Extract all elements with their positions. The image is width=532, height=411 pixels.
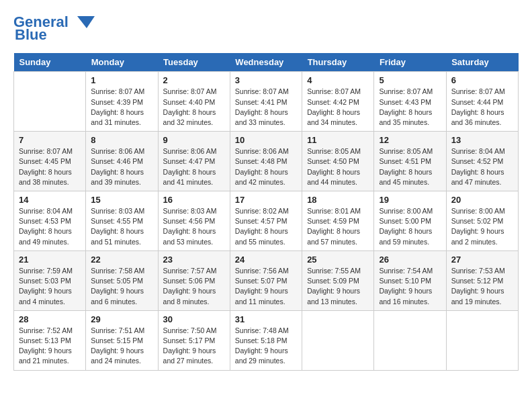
day-number: 11 bbox=[307, 135, 369, 145]
calendar-cell: 22Sunrise: 7:58 AMSunset: 5:05 PMDayligh… bbox=[86, 250, 158, 310]
day-info: Sunrise: 8:07 AMSunset: 4:41 PMDaylight:… bbox=[235, 87, 297, 128]
day-number: 9 bbox=[163, 135, 225, 145]
day-info: Sunrise: 8:04 AMSunset: 4:53 PMDaylight:… bbox=[19, 206, 81, 247]
day-number: 27 bbox=[451, 255, 513, 265]
day-info: Sunrise: 8:07 AMSunset: 4:45 PMDaylight:… bbox=[19, 146, 81, 187]
calendar-cell bbox=[302, 310, 374, 370]
day-info: Sunrise: 8:00 AMSunset: 5:00 PMDaylight:… bbox=[379, 206, 441, 247]
calendar-week-row: 14Sunrise: 8:04 AMSunset: 4:53 PMDayligh… bbox=[14, 191, 519, 251]
logo-blue-text: Blue bbox=[13, 28, 47, 42]
day-number: 18 bbox=[307, 195, 369, 205]
day-number: 7 bbox=[19, 135, 81, 145]
calendar-header-row: SundayMondayTuesdayWednesdayThursdayFrid… bbox=[14, 53, 519, 72]
day-info: Sunrise: 8:03 AMSunset: 4:55 PMDaylight:… bbox=[91, 206, 152, 247]
day-number: 6 bbox=[451, 75, 513, 85]
day-info: Sunrise: 7:52 AMSunset: 5:13 PMDaylight:… bbox=[19, 326, 81, 367]
day-number: 12 bbox=[379, 135, 441, 145]
day-info: Sunrise: 8:05 AMSunset: 4:51 PMDaylight:… bbox=[379, 146, 441, 187]
day-number: 20 bbox=[451, 195, 513, 205]
day-info: Sunrise: 7:50 AMSunset: 5:17 PMDaylight:… bbox=[163, 326, 225, 367]
calendar-week-row: 28Sunrise: 7:52 AMSunset: 5:13 PMDayligh… bbox=[14, 310, 519, 370]
day-info: Sunrise: 7:59 AMSunset: 5:03 PMDaylight:… bbox=[19, 266, 81, 307]
col-header-thursday: Thursday bbox=[302, 53, 374, 72]
day-info: Sunrise: 8:06 AMSunset: 4:46 PMDaylight:… bbox=[91, 146, 152, 187]
calendar-cell: 31Sunrise: 7:48 AMSunset: 5:18 PMDayligh… bbox=[230, 310, 302, 370]
calendar-cell: 20Sunrise: 8:00 AMSunset: 5:02 PMDayligh… bbox=[446, 191, 518, 251]
day-number: 23 bbox=[163, 255, 225, 265]
day-number: 8 bbox=[91, 135, 152, 145]
calendar-cell: 30Sunrise: 7:50 AMSunset: 5:17 PMDayligh… bbox=[158, 310, 230, 370]
calendar-cell: 25Sunrise: 7:55 AMSunset: 5:09 PMDayligh… bbox=[302, 250, 374, 310]
calendar-cell: 8Sunrise: 8:06 AMSunset: 4:46 PMDaylight… bbox=[86, 132, 158, 191]
day-number: 19 bbox=[379, 195, 441, 205]
calendar-cell: 24Sunrise: 7:56 AMSunset: 5:07 PMDayligh… bbox=[230, 250, 302, 310]
calendar-cell: 28Sunrise: 7:52 AMSunset: 5:13 PMDayligh… bbox=[14, 310, 86, 370]
calendar-cell: 29Sunrise: 7:51 AMSunset: 5:15 PMDayligh… bbox=[86, 310, 158, 370]
day-info: Sunrise: 7:56 AMSunset: 5:07 PMDaylight:… bbox=[235, 266, 297, 307]
day-number: 3 bbox=[235, 75, 297, 85]
calendar-cell bbox=[446, 310, 518, 370]
day-number: 4 bbox=[307, 75, 369, 85]
day-number: 14 bbox=[19, 195, 81, 205]
day-info: Sunrise: 7:58 AMSunset: 5:05 PMDaylight:… bbox=[91, 266, 152, 307]
calendar-cell: 18Sunrise: 8:01 AMSunset: 4:59 PMDayligh… bbox=[302, 191, 374, 251]
calendar-cell: 10Sunrise: 8:06 AMSunset: 4:48 PMDayligh… bbox=[230, 132, 302, 191]
col-header-saturday: Saturday bbox=[446, 53, 518, 72]
calendar-cell: 9Sunrise: 8:06 AMSunset: 4:47 PMDaylight… bbox=[158, 132, 230, 191]
calendar-cell: 4Sunrise: 8:07 AMSunset: 4:42 PMDaylight… bbox=[302, 72, 374, 132]
calendar-cell: 12Sunrise: 8:05 AMSunset: 4:51 PMDayligh… bbox=[374, 132, 446, 191]
col-header-sunday: Sunday bbox=[14, 53, 86, 72]
calendar-cell: 26Sunrise: 7:54 AMSunset: 5:10 PMDayligh… bbox=[374, 250, 446, 310]
calendar-week-row: 21Sunrise: 7:59 AMSunset: 5:03 PMDayligh… bbox=[14, 250, 519, 310]
calendar-cell: 23Sunrise: 7:57 AMSunset: 5:06 PMDayligh… bbox=[158, 250, 230, 310]
calendar-cell: 5Sunrise: 8:07 AMSunset: 4:43 PMDaylight… bbox=[374, 72, 446, 132]
calendar-cell: 15Sunrise: 8:03 AMSunset: 4:55 PMDayligh… bbox=[86, 191, 158, 251]
calendar-cell: 14Sunrise: 8:04 AMSunset: 4:53 PMDayligh… bbox=[14, 191, 86, 251]
day-number: 5 bbox=[379, 75, 441, 85]
day-number: 17 bbox=[235, 195, 297, 205]
day-number: 26 bbox=[379, 255, 441, 265]
col-header-friday: Friday bbox=[374, 53, 446, 72]
calendar-cell: 27Sunrise: 7:53 AMSunset: 5:12 PMDayligh… bbox=[446, 250, 518, 310]
day-number: 16 bbox=[163, 195, 225, 205]
day-info: Sunrise: 7:51 AMSunset: 5:15 PMDaylight:… bbox=[91, 326, 152, 367]
day-info: Sunrise: 8:03 AMSunset: 4:56 PMDaylight:… bbox=[163, 206, 225, 247]
calendar-cell bbox=[14, 72, 86, 132]
calendar-cell: 1Sunrise: 8:07 AMSunset: 4:39 PMDaylight… bbox=[86, 72, 158, 132]
logo-icon bbox=[71, 15, 95, 30]
day-number: 21 bbox=[19, 255, 81, 265]
day-number: 29 bbox=[91, 314, 152, 324]
calendar-cell: 17Sunrise: 8:02 AMSunset: 4:57 PMDayligh… bbox=[230, 191, 302, 251]
calendar-cell: 6Sunrise: 8:07 AMSunset: 4:44 PMDaylight… bbox=[446, 72, 518, 132]
col-header-tuesday: Tuesday bbox=[158, 53, 230, 72]
day-info: Sunrise: 7:53 AMSunset: 5:12 PMDaylight:… bbox=[451, 266, 513, 307]
day-info: Sunrise: 8:04 AMSunset: 4:52 PMDaylight:… bbox=[451, 146, 513, 187]
calendar-cell: 11Sunrise: 8:05 AMSunset: 4:50 PMDayligh… bbox=[302, 132, 374, 191]
calendar-cell: 19Sunrise: 8:00 AMSunset: 5:00 PMDayligh… bbox=[374, 191, 446, 251]
day-info: Sunrise: 8:06 AMSunset: 4:47 PMDaylight:… bbox=[163, 146, 225, 187]
calendar-table: SundayMondayTuesdayWednesdayThursdayFrid… bbox=[13, 53, 519, 370]
day-info: Sunrise: 8:05 AMSunset: 4:50 PMDaylight:… bbox=[307, 146, 369, 187]
calendar-cell: 7Sunrise: 8:07 AMSunset: 4:45 PMDaylight… bbox=[14, 132, 86, 191]
logo: General Blue bbox=[13, 13, 95, 42]
day-info: Sunrise: 7:48 AMSunset: 5:18 PMDaylight:… bbox=[235, 326, 297, 367]
day-info: Sunrise: 7:57 AMSunset: 5:06 PMDaylight:… bbox=[163, 266, 225, 307]
calendar-cell: 21Sunrise: 7:59 AMSunset: 5:03 PMDayligh… bbox=[14, 250, 86, 310]
day-number: 31 bbox=[235, 314, 297, 324]
calendar-week-row: 1Sunrise: 8:07 AMSunset: 4:39 PMDaylight… bbox=[14, 72, 519, 132]
day-number: 10 bbox=[235, 135, 297, 145]
calendar-cell: 13Sunrise: 8:04 AMSunset: 4:52 PMDayligh… bbox=[446, 132, 518, 191]
day-info: Sunrise: 8:07 AMSunset: 4:44 PMDaylight:… bbox=[451, 87, 513, 128]
day-info: Sunrise: 8:06 AMSunset: 4:48 PMDaylight:… bbox=[235, 146, 297, 187]
day-info: Sunrise: 8:07 AMSunset: 4:40 PMDaylight:… bbox=[163, 87, 225, 128]
day-info: Sunrise: 8:01 AMSunset: 4:59 PMDaylight:… bbox=[307, 206, 369, 247]
calendar-cell bbox=[374, 310, 446, 370]
day-number: 28 bbox=[19, 314, 81, 324]
day-info: Sunrise: 8:02 AMSunset: 4:57 PMDaylight:… bbox=[235, 206, 297, 247]
calendar-week-row: 7Sunrise: 8:07 AMSunset: 4:45 PMDaylight… bbox=[14, 132, 519, 191]
calendar-cell: 2Sunrise: 8:07 AMSunset: 4:40 PMDaylight… bbox=[158, 72, 230, 132]
day-info: Sunrise: 8:00 AMSunset: 5:02 PMDaylight:… bbox=[451, 206, 513, 247]
day-number: 1 bbox=[91, 75, 152, 85]
col-header-wednesday: Wednesday bbox=[230, 53, 302, 72]
day-number: 13 bbox=[451, 135, 513, 145]
